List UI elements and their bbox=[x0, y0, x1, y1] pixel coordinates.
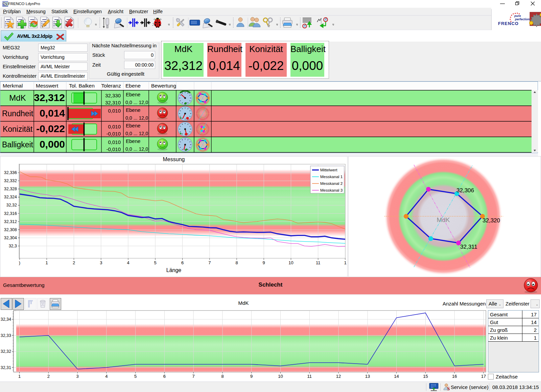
svg-text:10: 10 bbox=[278, 374, 283, 379]
svg-text:0,010: 0,010 bbox=[108, 108, 121, 114]
svg-text:Ebene: Ebene bbox=[126, 138, 140, 144]
svg-text:32,308: 32,308 bbox=[4, 227, 17, 232]
svg-text:FRENCO: FRENCO bbox=[498, 21, 519, 26]
svg-text:32,316: 32,316 bbox=[4, 211, 17, 216]
svg-text:32,3: 32,3 bbox=[9, 244, 17, 248]
svg-text:3: 3 bbox=[76, 374, 78, 379]
svg-text:1: 1 bbox=[344, 260, 346, 265]
svg-text:0,010: 0,010 bbox=[108, 124, 121, 129]
svg-text:Balligkeit: Balligkeit bbox=[2, 140, 33, 149]
svg-text:Mittelwert: Mittelwert bbox=[320, 168, 337, 172]
svg-text:32,311: 32,311 bbox=[460, 244, 477, 250]
svg-text:13: 13 bbox=[365, 374, 370, 379]
svg-text:32,304: 32,304 bbox=[4, 236, 17, 240]
svg-text:-0,010: -0,010 bbox=[106, 146, 121, 152]
svg-text:0,014: 0,014 bbox=[40, 107, 65, 119]
svg-text:5: 5 bbox=[154, 260, 157, 265]
svg-text:16: 16 bbox=[452, 374, 457, 379]
svg-text:32,34: 32,34 bbox=[1, 317, 11, 322]
svg-text:Ebene: Ebene bbox=[126, 123, 140, 128]
svg-text:Messwert: Messwert bbox=[36, 83, 58, 89]
svg-text:15: 15 bbox=[423, 374, 428, 379]
svg-text:Ebene: Ebene bbox=[125, 83, 141, 89]
svg-text:MdK: MdK bbox=[437, 216, 450, 223]
svg-text:5: 5 bbox=[134, 374, 137, 379]
svg-text:1: 1 bbox=[46, 260, 48, 265]
svg-text:Konizität: Konizität bbox=[3, 125, 33, 133]
svg-text:12: 12 bbox=[336, 374, 341, 379]
svg-text:32,31: 32,31 bbox=[1, 365, 11, 370]
svg-text:32,32: 32,32 bbox=[6, 203, 17, 207]
svg-text:-0,010: -0,010 bbox=[106, 131, 121, 137]
svg-text:32,328: 32,328 bbox=[4, 187, 17, 191]
svg-text:pure: pure bbox=[514, 14, 521, 18]
svg-text:32,336: 32,336 bbox=[4, 170, 17, 175]
svg-text:32,306: 32,306 bbox=[456, 187, 474, 194]
svg-text:11: 11 bbox=[307, 374, 312, 379]
svg-text:0,010: 0,010 bbox=[108, 139, 121, 145]
svg-text:4: 4 bbox=[127, 260, 129, 265]
svg-text:4: 4 bbox=[105, 374, 108, 379]
svg-text:10: 10 bbox=[288, 260, 293, 265]
svg-text:32,332: 32,332 bbox=[4, 178, 17, 183]
svg-text:-0,022: -0,022 bbox=[36, 123, 65, 134]
svg-text:11: 11 bbox=[316, 260, 321, 265]
svg-text:2: 2 bbox=[47, 374, 50, 379]
svg-text:0,0 ... 12,0: 0,0 ... 12,0 bbox=[125, 146, 148, 152]
svg-text:MdK: MdK bbox=[9, 93, 26, 102]
svg-text:Ebene: Ebene bbox=[126, 107, 140, 113]
svg-text:Bewertung: Bewertung bbox=[151, 83, 176, 89]
svg-text:14: 14 bbox=[394, 374, 399, 379]
svg-text:3: 3 bbox=[100, 260, 102, 265]
svg-text:): ) bbox=[19, 260, 20, 265]
svg-text:2: 2 bbox=[73, 260, 75, 265]
svg-text:6: 6 bbox=[181, 260, 184, 265]
svg-text:32,32: 32,32 bbox=[1, 349, 11, 354]
svg-text:0,0 ... 12,0: 0,0 ... 12,0 bbox=[125, 100, 148, 105]
svg-text:7: 7 bbox=[192, 374, 195, 379]
svg-text:Ebene: Ebene bbox=[126, 92, 140, 97]
svg-text:6: 6 bbox=[163, 374, 166, 379]
svg-text:perfection: perfection bbox=[515, 18, 530, 21]
svg-text:7: 7 bbox=[208, 260, 211, 265]
svg-text:9: 9 bbox=[250, 374, 253, 379]
svg-text:Messung: Messung bbox=[163, 156, 185, 162]
svg-text:Merkmal: Merkmal bbox=[3, 83, 23, 89]
svg-text:32,312: 32,312 bbox=[34, 92, 65, 103]
svg-text:0,0 ... 12,0: 0,0 ... 12,0 bbox=[125, 115, 148, 121]
svg-text:8: 8 bbox=[235, 260, 238, 265]
svg-text:17: 17 bbox=[481, 374, 486, 379]
svg-text:0,0 ... 12,0: 0,0 ... 12,0 bbox=[125, 131, 148, 136]
svg-text:9: 9 bbox=[263, 260, 265, 265]
svg-text:8: 8 bbox=[221, 374, 224, 379]
svg-text:S: S bbox=[447, 386, 450, 391]
svg-text:32,312: 32,312 bbox=[4, 219, 17, 224]
svg-text:Messkanal 2: Messkanal 2 bbox=[320, 181, 343, 186]
svg-text:Länge: Länge bbox=[166, 267, 182, 273]
svg-text:32,330: 32,330 bbox=[105, 93, 121, 98]
svg-text:Tol. Balken: Tol. Balken bbox=[69, 83, 95, 89]
svg-text:Messkanal 1: Messkanal 1 bbox=[320, 174, 343, 179]
svg-text:32,324: 32,324 bbox=[4, 195, 17, 199]
svg-text:Toleranz: Toleranz bbox=[101, 83, 121, 89]
svg-text:1: 1 bbox=[18, 374, 21, 379]
svg-text:32,33: 32,33 bbox=[1, 333, 11, 338]
svg-text:Rundheit: Rundheit bbox=[2, 109, 33, 118]
svg-text:Messkanal 3: Messkanal 3 bbox=[320, 188, 343, 193]
svg-text:0,000: 0,000 bbox=[40, 139, 65, 150]
svg-text:32,310: 32,310 bbox=[105, 100, 121, 105]
svg-text:32,320: 32,320 bbox=[483, 217, 500, 224]
